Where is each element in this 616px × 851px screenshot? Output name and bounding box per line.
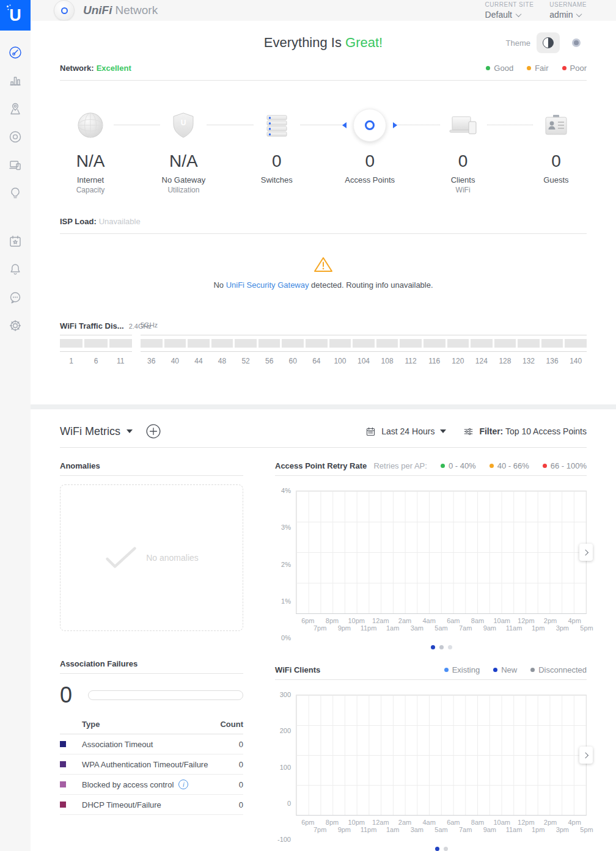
pagination-dot[interactable] (444, 847, 448, 851)
x-tick: 3am (411, 624, 424, 632)
x-tick: 9am (483, 826, 496, 833)
theme-light-button[interactable] (537, 32, 560, 53)
x-tick: 1am (386, 624, 399, 632)
no-anomalies-box: No anomalies (60, 484, 243, 631)
x-tick: 5pm (580, 826, 593, 833)
channel-label: 120 (447, 357, 469, 365)
failure-row: Association Timeouti 0 (60, 734, 243, 754)
legend-dot-icon (441, 464, 445, 468)
x-tick: 4am (422, 819, 435, 826)
pagination-dot[interactable] (439, 645, 444, 649)
sidebar-item-devices[interactable] (0, 123, 31, 151)
half-circle-icon (543, 37, 554, 48)
isp-load-row: ISP Load:Unavailable (60, 217, 587, 226)
next-page-button[interactable] (579, 544, 593, 561)
chart-title: WiFi Clients (275, 665, 320, 674)
channel-segment (164, 339, 186, 348)
metrics-title-dropdown[interactable]: WiFi Metrics (60, 425, 133, 438)
legend-label: Retries per AP: (373, 461, 427, 470)
legend-item: Existing (444, 665, 480, 674)
ubiquiti-logo[interactable]: U (0, 0, 31, 31)
channel-bars (60, 339, 132, 348)
legend-dot-icon (527, 66, 531, 70)
association-failures-panel: Association Failures 0 Type Count (60, 659, 243, 815)
filter-control[interactable]: Filter: Top 10 Access Points (463, 426, 587, 437)
pagination (275, 645, 587, 649)
channel-label: 60 (282, 357, 304, 365)
metrics-toolbar: WiFi Metrics Last 24 Hours (60, 420, 587, 442)
next-page-button[interactable] (579, 747, 593, 764)
x-tick: 7pm (314, 624, 326, 632)
statistics-icon (8, 73, 23, 88)
x-tick: 8pm (326, 819, 339, 826)
sidebar-item-clients[interactable] (0, 151, 31, 179)
network-status: Network:Excellent (60, 64, 131, 73)
pagination-dot[interactable] (435, 847, 439, 851)
x-tick: 12am (372, 819, 389, 826)
x-tick: 10pm (348, 819, 365, 826)
x-tick: 11pm (361, 826, 377, 833)
settings-icon (8, 318, 23, 333)
x-tick: 11pm (361, 624, 377, 632)
x-axis: 6pm8pm10pm12am2am4am6am8am10am12pm2pm4pm… (296, 617, 587, 638)
pagination-dot[interactable] (448, 645, 452, 649)
chart-legend-items: 0 - 40%40 - 66%66 - 100% (441, 461, 587, 470)
channel-segment (258, 339, 280, 348)
add-metric-button[interactable] (145, 423, 162, 440)
internet-value: N/A (60, 152, 121, 171)
gateway-status: U N/A No Gateway Utilization (153, 108, 214, 195)
divider (275, 679, 587, 680)
sidebar-item-insights[interactable] (0, 179, 31, 207)
sidebar-nav (0, 31, 31, 340)
channel-segment (235, 339, 257, 348)
channel-label: 104 (353, 357, 375, 365)
x-tick: 9pm (338, 624, 351, 632)
legend-dot-icon (444, 668, 449, 672)
guests-value: 0 (526, 152, 587, 171)
switches-status: 0 Switches (246, 108, 307, 195)
theme-dark-button[interactable] (566, 32, 587, 53)
clients-status: 0 Clients WiFi (433, 108, 494, 195)
site-selector[interactable]: CURRENT SITE Default (485, 1, 534, 20)
channel-segment (211, 339, 233, 348)
divider (60, 673, 243, 674)
x-tick: 10am (493, 819, 510, 826)
plus-circle-icon (145, 423, 161, 439)
channel-labels: 1611 (60, 357, 132, 365)
pagination-dot[interactable] (431, 645, 435, 649)
channel-labels: 3640444852566064100104108112116120124128… (141, 357, 587, 365)
sidebar-item-chat[interactable] (0, 283, 31, 312)
x-axis: 6pm8pm10pm12am2am4am6am8am10am12pm2pm4pm… (296, 819, 587, 839)
arrow-right-icon (393, 122, 397, 128)
logo-letter: U (9, 6, 21, 25)
failures-table: Type Count Association Timeouti 0 (60, 714, 243, 815)
sidebar-item-statistics[interactable] (0, 67, 31, 95)
legend-dot-icon (543, 464, 547, 468)
legend-item: 66 - 100% (543, 461, 587, 470)
anomalies-title: Anomalies (60, 461, 243, 470)
legend-dot-icon (493, 668, 497, 672)
switches-value: 0 (246, 152, 307, 171)
info-icon[interactable]: i (178, 780, 188, 789)
channel-segment (188, 339, 210, 348)
sidebar-item-map[interactable] (0, 95, 31, 123)
sidebar-item-dashboard[interactable] (0, 38, 31, 67)
legend-item: Poor (562, 64, 587, 73)
channel-label: 124 (471, 357, 493, 365)
calendar-icon (365, 426, 376, 437)
retry-rate-plot (296, 491, 587, 614)
time-range-selector[interactable]: Last 24 Hours (365, 426, 446, 437)
legend-item: Good (486, 64, 513, 73)
x-tick: 10am (493, 617, 510, 624)
id-badge-icon (544, 114, 568, 137)
usg-link[interactable]: UniFi Security Gateway (226, 280, 309, 290)
sidebar-item-alerts[interactable] (0, 255, 31, 283)
sidebar-item-events[interactable] (0, 227, 31, 255)
x-tick: 8pm (326, 617, 339, 624)
failures-table-header: Type Count (60, 714, 243, 734)
gateway-warning: No UniFi Security Gateway detected. Rout… (60, 256, 587, 290)
x-tick: 3pm (556, 624, 569, 632)
sidebar-item-settings[interactable] (0, 312, 31, 340)
user-selector[interactable]: USERNAME admin (549, 1, 587, 20)
wifi-metrics-panel: WiFi Metrics Last 24 Hours (31, 409, 616, 851)
